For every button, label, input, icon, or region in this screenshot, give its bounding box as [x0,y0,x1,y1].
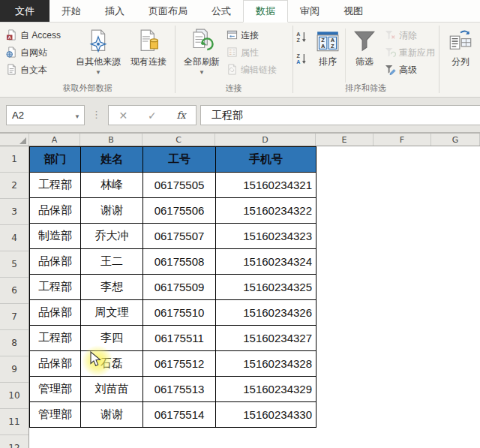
cell-B4[interactable]: 乔大冲 [81,224,143,249]
cell-C8[interactable]: 06175511 [143,326,216,351]
name-box[interactable]: A2 ▼ [6,105,85,125]
enter-icon[interactable]: ✓ [148,110,157,122]
cell-D4[interactable]: 15160234323 [216,224,316,249]
cell-C10[interactable]: 06175513 [143,377,216,402]
row-header-1[interactable]: 1 [0,146,28,173]
cell-A11[interactable]: 管理部 [30,402,81,428]
tab-file[interactable]: 文件 [0,0,50,22]
cell-B2[interactable]: 林峰 [81,173,143,198]
column-header-B[interactable]: B [80,134,142,146]
cell-D7[interactable]: 15160234326 [216,300,316,326]
row-header-6[interactable]: 6 [0,278,28,304]
row-header-11[interactable]: 11 [0,409,28,435]
cell-C2[interactable]: 06175505 [143,173,216,198]
row-header-2[interactable]: 2 [0,173,28,199]
cell-A10[interactable]: 管理部 [30,377,81,402]
cell-B7[interactable]: 周文理 [81,300,143,326]
cell-B3[interactable]: 谢谢 [81,198,143,224]
row-header-4[interactable]: 4 [0,225,28,251]
row-header-8[interactable]: 8 [0,330,28,356]
dropdown-arrow-icon: ▼ [199,70,205,76]
cell-A7[interactable]: 品保部 [30,300,81,326]
cell-B11[interactable]: 谢谢 [81,402,143,428]
cell-C4[interactable]: 06175507 [143,224,216,249]
svg-text:Z: Z [297,53,301,59]
cell-D2[interactable]: 15160234321 [216,173,316,198]
cell-A9[interactable]: 品保部 [30,351,81,377]
insert-function-icon[interactable]: fx [176,110,185,121]
text-to-columns-button[interactable]: 分列 [444,25,477,95]
cell-D8[interactable]: 15160234327 [216,326,316,351]
cell-A6[interactable]: 工程部 [30,275,81,300]
tab-data[interactable]: 数据 [243,0,288,23]
cell-A3[interactable]: 品保部 [30,198,81,224]
sort-dialog-icon: ZAAZ [316,28,339,55]
table-row: 管理部刘苗苗0617551315160234329 [30,377,316,402]
column-header-C[interactable]: C [142,134,215,146]
cell-C5[interactable]: 06175508 [143,249,216,275]
row-header-5[interactable]: 5 [0,251,28,278]
connections-button[interactable]: 连接 [224,27,279,44]
tab-page-layout[interactable]: 页面布局 [136,0,200,22]
row-header-9[interactable]: 9 [0,356,28,383]
tab-home[interactable]: 开始 [50,0,93,22]
sort-descending-button[interactable]: ZA [294,51,310,67]
column-header-D[interactable]: D [215,134,316,146]
cell-D9[interactable]: 15160234328 [216,351,316,377]
group-label-get-external-data: 获取外部数据 [0,83,175,94]
cell-D11[interactable]: 15160234330 [216,402,316,428]
cell-D6[interactable]: 15160234325 [216,275,316,300]
column-header-F[interactable]: F [374,134,431,146]
table-header-row: 部门姓名工号手机号 [30,147,316,173]
cell-C1[interactable]: 工号 [143,147,216,173]
cell-B6[interactable]: 李想 [81,275,143,300]
ribbon-tab-bar: 文件 开始 插入 页面布局 公式 数据 审阅 视图 [0,0,480,23]
advanced-filter-button[interactable]: 高级 [382,62,437,79]
cell-D10[interactable]: 15160234329 [216,377,316,402]
cell-B5[interactable]: 王二 [81,249,143,275]
cell-C9[interactable]: 06175512 [143,351,216,377]
row-header-7[interactable]: 7 [0,304,28,330]
from-text-button[interactable]: 自文本 [4,62,63,79]
cell-D5[interactable]: 15160234324 [216,249,316,275]
from-access-button[interactable]: A 自 Access [4,27,63,44]
mouse-cursor-icon [90,351,103,368]
cell-C11[interactable]: 06175514 [143,402,216,428]
column-header-E[interactable]: E [316,134,374,146]
name-box-dropdown-icon[interactable]: ▼ [74,113,80,120]
cell-A4[interactable]: 制造部 [30,224,81,249]
tab-insert[interactable]: 插入 [93,0,136,22]
cell-C7[interactable]: 06175510 [143,300,216,326]
cell-A5[interactable]: 品保部 [30,249,81,275]
column-header-A[interactable]: A [29,134,80,146]
cell-A1[interactable]: 部门 [30,147,81,173]
table-row: 品保部周文理0617551015160234326 [30,300,316,326]
sort-ascending-button[interactable]: AZ [294,29,310,45]
cell-C6[interactable]: 06175509 [143,275,216,300]
data-table: 部门姓名工号手机号工程部林峰0617550515160234321品保部谢谢06… [29,146,316,428]
row-header-12[interactable]: 12 [0,435,28,448]
svg-text:A: A [296,32,300,38]
formula-input[interactable]: 工程部 [200,105,480,125]
column-header-G[interactable]: G [431,134,480,146]
tab-view[interactable]: 视图 [332,0,375,22]
row-header-10[interactable]: 10 [0,383,28,409]
access-file-icon: A [6,29,17,43]
cell-B1[interactable]: 姓名 [81,147,143,173]
from-web-button[interactable]: 自网站 [4,44,63,62]
cell-A2[interactable]: 工程部 [30,173,81,198]
tab-review[interactable]: 审阅 [288,0,332,22]
cell-D3[interactable]: 15160234322 [216,198,316,224]
cell-A8[interactable]: 工程部 [30,326,81,351]
cancel-icon[interactable]: ✕ [118,110,128,122]
group-label-connections: 连接 [175,83,292,94]
tab-formulas[interactable]: 公式 [200,0,243,22]
dropdown-arrow-icon: ▼ [95,70,101,76]
cell-D1[interactable]: 手机号 [216,147,316,173]
select-all-corner[interactable] [0,134,29,146]
cell-B10[interactable]: 刘苗苗 [81,377,143,402]
formula-bar-resize-handle[interactable]: ⋮ [92,109,101,120]
table-row: 品保部谢谢0617550615160234322 [30,198,316,224]
cell-C3[interactable]: 06175506 [143,198,216,224]
row-header-3[interactable]: 3 [0,199,28,225]
